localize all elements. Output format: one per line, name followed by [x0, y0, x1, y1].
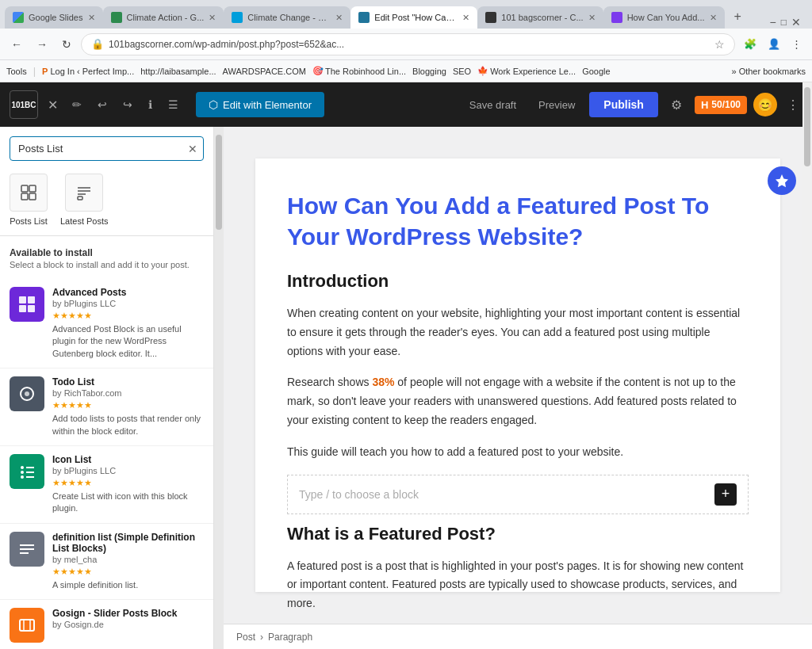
block-inserter[interactable]: Type / to choose a block +: [287, 475, 749, 514]
elementor-icon: ⬡: [209, 98, 218, 111]
save-draft-button[interactable]: Save draft: [462, 94, 524, 116]
bookmark-tools[interactable]: Tools: [6, 67, 27, 76]
posts-list-label: Posts List: [10, 216, 48, 226]
post-label[interactable]: Post: [236, 632, 255, 643]
intro-paragraph-1[interactable]: When creating content on your website, h…: [287, 304, 749, 361]
bookmark-google[interactable]: Google: [582, 67, 610, 76]
bookmark-blogging[interactable]: Blogging: [412, 67, 446, 76]
user-avatar[interactable]: 😊: [753, 93, 777, 116]
tab-edit-post[interactable]: Edit Post "How Can... ✕: [350, 6, 477, 29]
section2-paragraph-1[interactable]: A featured post is a post that is highli…: [287, 557, 749, 613]
yoast-score-badge[interactable]: H 50/100: [695, 96, 747, 114]
tab-google-slides[interactable]: Google Slides ✕: [5, 6, 103, 29]
yoast-h-icon: H: [701, 99, 708, 111]
tab-favicon-2: [111, 12, 122, 23]
main-scrollbar[interactable]: [802, 127, 812, 617]
tab-close-6[interactable]: ✕: [710, 13, 717, 23]
plugin-item-gosign[interactable]: Gosign - Slider Posts Block by Gosign.de: [0, 600, 213, 649]
close-button[interactable]: ✕: [791, 16, 801, 29]
refresh-button[interactable]: ↻: [57, 35, 76, 54]
icon-list-stars: ★★★★★: [52, 478, 204, 488]
bookmark-laibasample[interactable]: http://laibasample...: [140, 67, 216, 76]
wp-toolbar: 101BC ✕ ✏ ↩ ↪ ℹ ☰ ⬡ Edit with Elementor …: [0, 82, 812, 127]
wp-logo: 101BC: [10, 90, 38, 119]
tab-climate-action[interactable]: Climate Action - G... ✕: [103, 6, 224, 29]
todo-list-info: Todo List by RichTabor.com ★★★★★ Add tod…: [52, 376, 204, 437]
svg-rect-23: [20, 620, 34, 631]
forward-button[interactable]: →: [32, 35, 52, 54]
breadcrumb-separator: ›: [260, 632, 263, 643]
article-container: How Can You Add a Featured Post To Your …: [255, 158, 780, 592]
definition-list-author: by mel_cha: [52, 555, 204, 564]
edit-with-elementor-button[interactable]: ⬡ Edit with Elementor: [196, 92, 324, 117]
bookmark-more[interactable]: » Other bookmarks: [731, 67, 806, 76]
block-item-latest-posts[interactable]: Latest Posts: [60, 174, 109, 226]
more-options-button[interactable]: ⋮: [783, 94, 802, 116]
intro-heading[interactable]: Introduction: [287, 271, 749, 292]
redo-button[interactable]: ↪: [118, 95, 137, 114]
nav-icons: 🧩 👤 ⋮: [740, 36, 806, 52]
tab-close-4[interactable]: ✕: [462, 13, 469, 23]
content-scroll-area[interactable]: How Can You Add a Featured Post To Your …: [224, 127, 812, 624]
paragraph-label[interactable]: Paragraph: [268, 632, 312, 643]
bookmarks-bar: Tools | PLog In ‹ Perfect Imp... http://…: [0, 60, 812, 82]
tab-how-can[interactable]: How Can You Add... ✕: [603, 6, 725, 29]
bookmark-robinhood[interactable]: 🎯The Robinhood Lin...: [312, 66, 406, 76]
tab-climate-change[interactable]: Climate Change - U... ✕: [224, 6, 350, 29]
left-panel-scroll-thumb[interactable]: [216, 135, 222, 230]
tab-close-2[interactable]: ✕: [209, 13, 216, 23]
info-button[interactable]: ℹ: [144, 95, 157, 114]
article-title[interactable]: How Can You Add a Featured Post To Your …: [287, 190, 749, 252]
address-bar[interactable]: 🔒 101bagscorner.com/wp-admin/post.php?po…: [81, 33, 735, 55]
tab-label-1: Google Slides: [29, 13, 83, 22]
definition-list-desc: A simple definition list.: [52, 579, 204, 591]
advanced-posts-name: Advanced Posts: [52, 287, 204, 298]
browser-menu-button[interactable]: ⋮: [787, 36, 806, 52]
tab-bagscorner[interactable]: 101 bagscorner - C... ✕: [477, 6, 603, 29]
tab-close-3[interactable]: ✕: [335, 13, 343, 23]
publish-button[interactable]: Publish: [589, 92, 658, 117]
bookmark-seo[interactable]: SEO: [453, 67, 471, 76]
browser-chrome: Google Slides ✕ Climate Action - G... ✕ …: [0, 0, 812, 82]
icon-list-author: by bPlugins LLC: [52, 466, 204, 475]
back-button[interactable]: ←: [6, 35, 27, 54]
tab-close-1[interactable]: ✕: [88, 13, 95, 23]
intro-paragraph-3[interactable]: This guide will teach you how to add a f…: [287, 443, 749, 462]
maximize-button[interactable]: □: [781, 17, 787, 28]
new-tab-button[interactable]: +: [728, 10, 748, 24]
minimize-button[interactable]: −: [770, 16, 776, 29]
list-view-button[interactable]: ☰: [163, 95, 183, 114]
edit-tool-button[interactable]: ✏: [67, 95, 86, 114]
intro-paragraph-2[interactable]: Research shows 38% of people will not en…: [287, 373, 749, 429]
elementor-label: Edit with Elementor: [223, 99, 312, 111]
plugin-item-advanced-posts[interactable]: Advanced Posts by bPlugins LLC ★★★★★ Adv…: [0, 279, 213, 368]
star-icon[interactable]: ☆: [714, 38, 725, 51]
main-scroll-thumb[interactable]: [804, 127, 810, 166]
icon-list-info: Icon List by bPlugins LLC ★★★★★ Create L…: [52, 454, 204, 515]
bookmark-log-in[interactable]: PLog In ‹ Perfect Imp...: [42, 67, 134, 76]
bookmark-awardspace[interactable]: AWARDSPACE.COM: [223, 67, 306, 76]
preview-button[interactable]: Preview: [530, 94, 583, 116]
close-editor-button[interactable]: ✕: [44, 94, 61, 116]
gosign-icon: [10, 608, 44, 643]
definition-list-info: definition list (Simple Definition List …: [52, 532, 204, 591]
undo-button[interactable]: ↩: [93, 95, 112, 114]
plugin-item-definition-list[interactable]: definition list (Simple Definition List …: [0, 524, 213, 600]
plugin-item-todo-list[interactable]: Todo List by RichTabor.com ★★★★★ Add tod…: [0, 368, 213, 446]
bottom-bar: Post › Paragraph: [224, 624, 812, 649]
search-clear-button[interactable]: ✕: [188, 143, 197, 155]
block-item-posts-list[interactable]: Posts List: [10, 174, 48, 226]
tab-label-2: Climate Action - G...: [127, 13, 205, 22]
add-block-button[interactable]: +: [714, 483, 737, 506]
profile-button[interactable]: 👤: [764, 36, 784, 52]
bookmark-work-experience[interactable]: 🍁Work Experience Le...: [477, 66, 576, 76]
section2-heading[interactable]: What is a Featured Post?: [287, 524, 749, 544]
gosign-info: Gosign - Slider Posts Block by Gosign.de: [52, 608, 204, 632]
posts-list-icon: [10, 174, 48, 212]
left-panel-scrollbar[interactable]: [214, 127, 224, 649]
settings-button[interactable]: ⚙: [665, 94, 688, 116]
plugin-item-icon-list[interactable]: Icon List by bPlugins LLC ★★★★★ Create L…: [0, 446, 213, 524]
tab-close-5[interactable]: ✕: [588, 13, 596, 23]
extensions-button[interactable]: 🧩: [740, 36, 760, 52]
block-search-input[interactable]: [10, 136, 204, 161]
